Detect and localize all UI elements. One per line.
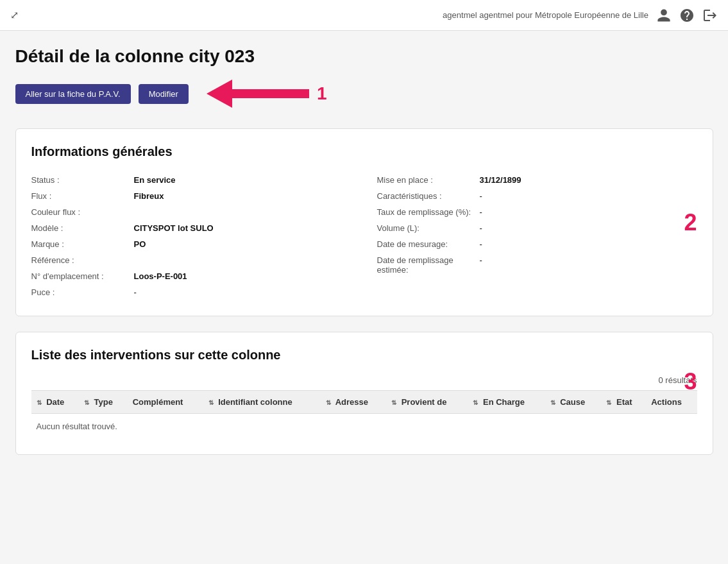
col-type-label: Type [94,397,112,407]
page-title: Détail de la colonne city 023 [15,46,713,67]
label-mise-en-place: Mise en place : [377,175,480,185]
modifier-button[interactable]: Modifier [139,84,189,104]
label-flux: Flux : [31,191,134,201]
user-info-text: agentmel agentmel pour Métropole Europée… [443,10,648,20]
info-row-date-remplissage: Date de remplissage estimée: - [377,252,697,278]
label-reference: Référence : [31,255,134,265]
col-cause-label: Cause [560,397,585,407]
col-en-charge-label: En Charge [483,397,525,407]
label-couleur: Couleur flux : [31,207,134,217]
col-actions-label: Actions [651,397,682,407]
label-marque: Marque : [31,239,134,249]
info-row-reference: Référence : [31,252,351,268]
col-etat[interactable]: ⇅ Etat [601,391,646,414]
sort-arrows-etat: ⇅ [606,399,611,406]
label-puce: Puce : [31,287,134,297]
col-cause[interactable]: ⇅ Cause [545,391,602,414]
info-row-volume: Volume (L): - [377,220,697,236]
info-row-marque: Marque : PO [31,236,351,252]
interventions-table: ⇅ Date ⇅ Type Complément ⇅ Identifiant c… [31,390,697,439]
arrow-head [207,80,232,108]
col-type[interactable]: ⇅ Type [79,391,128,414]
sort-arrows-type: ⇅ [84,399,89,406]
no-results-row: Aucun résultat trouvé. [31,414,697,440]
label-emplacement: N° d'emplacement : [31,271,134,281]
info-row-status: Status : En service [31,172,351,188]
expand-icon[interactable]: ⤢ [10,9,19,21]
no-results-cell: Aucun résultat trouvé. [31,414,697,440]
sort-arrows-identifiant: ⇅ [208,399,214,406]
topbar: ⤢ agentmel agentmel pour Métropole Europ… [0,0,728,31]
info-row-modele: Modèle : CITYSPOT lot SULO [31,220,351,236]
info-row-couleur: Couleur flux : [31,204,351,220]
value-date-mesurage: - [480,239,697,249]
table-header-row: ⇅ Date ⇅ Type Complément ⇅ Identifiant c… [31,391,697,414]
value-emplacement: Loos-P-E-001 [134,271,351,281]
info-left-col: Status : En service Flux : Fibreux Coule… [31,172,351,300]
value-modele: CITYSPOT lot SULO [134,223,351,233]
value-puce: - [134,287,351,297]
logout-icon[interactable] [702,8,718,23]
col-adresse-label: Adresse [335,397,368,407]
results-count: 0 résultats [31,375,697,385]
value-caracteristiques: - [480,191,697,201]
info-row-taux: Taux de remplissage (%): - [377,204,697,220]
sort-arrows-date: ⇅ [37,399,42,406]
col-provient-label: Provient de [402,397,447,407]
label-modele: Modèle : [31,223,134,233]
button-row: Aller sur la fiche du P.A.V. Modifier 1 [15,80,713,108]
info-row-puce: Puce : - [31,284,351,300]
col-date[interactable]: ⇅ Date [31,391,79,414]
topbar-left: ⤢ [10,9,19,21]
interventions-card-title: Liste des interventions sur cette colonn… [31,348,697,363]
info-row-date-mesurage: Date de mesurage: - [377,236,697,252]
info-row-mise-en-place: Mise en place : 31/12/1899 [377,172,697,188]
label-volume: Volume (L): [377,223,480,233]
annotation-number-1: 1 [317,83,327,104]
topbar-right: agentmel agentmel pour Métropole Europée… [443,8,718,23]
arrow-annotation-1: 1 [207,80,327,108]
col-identifiant-label: Identifiant colonne [218,397,292,407]
sort-arrows-adresse: ⇅ [326,399,331,406]
info-row-emplacement: N° d'emplacement : Loos-P-E-001 [31,268,351,284]
col-complement: Complément [128,391,203,414]
annotation-number-3: 3 [684,368,697,395]
table-body: Aucun résultat trouvé. [31,414,697,440]
value-date-remplissage: - [480,255,697,265]
info-row-caracteristiques: Caractéristiques : - [377,188,697,204]
col-provient-de[interactable]: ⇅ Provient de [386,391,468,414]
pav-button[interactable]: Aller sur la fiche du P.A.V. [15,84,131,104]
annotation-number-2: 2 [684,209,697,236]
label-date-remplissage: Date de remplissage estimée: [377,255,480,275]
label-status: Status : [31,175,134,185]
main-content: Détail de la colonne city 023 Aller sur … [5,31,724,486]
arrow-tail [232,89,309,98]
value-flux: Fibreux [134,191,351,201]
value-marque: PO [134,239,351,249]
value-taux: - [480,207,697,217]
col-adresse[interactable]: ⇅ Adresse [321,391,387,414]
sort-arrows-provient: ⇅ [391,399,396,406]
info-right-col: Mise en place : 31/12/1899 Caractéristiq… [377,172,697,300]
label-taux: Taux de remplissage (%): [377,207,480,217]
interventions-card: Liste des interventions sur cette colonn… [15,332,713,455]
info-card: Informations générales Status : En servi… [15,128,713,316]
value-volume: - [480,223,697,233]
label-caracteristiques: Caractéristiques : [377,191,480,201]
col-etat-label: Etat [616,397,632,407]
value-mise-en-place: 31/12/1899 [480,175,697,185]
value-status: En service [134,175,351,185]
col-identifiant[interactable]: ⇅ Identifiant colonne [203,391,321,414]
col-date-label: Date [46,397,64,407]
col-en-charge[interactable]: ⇅ En Charge [468,391,545,414]
info-row-flux: Flux : Fibreux [31,188,351,204]
label-date-mesurage: Date de mesurage: [377,239,480,249]
col-complement-label: Complément [133,397,183,407]
sort-arrows-cause: ⇅ [550,399,555,406]
sort-arrows-en-charge: ⇅ [473,399,478,406]
info-card-title: Informations générales [31,144,697,159]
info-grid: Status : En service Flux : Fibreux Coule… [31,172,697,300]
account-icon[interactable] [656,8,672,23]
no-results-text: Aucun résultat trouvé. [37,414,117,439]
help-icon[interactable] [679,8,695,23]
